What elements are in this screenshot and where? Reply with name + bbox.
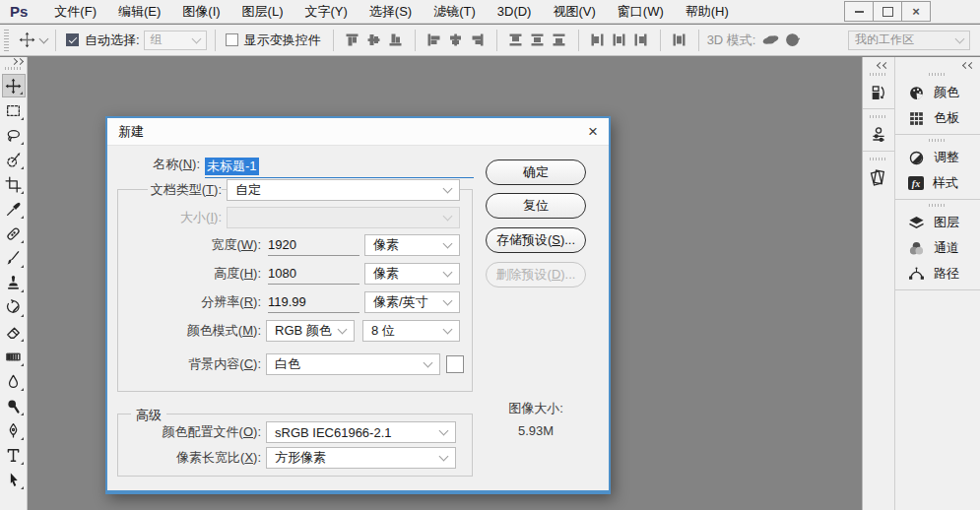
color-profile-select[interactable]: sRGB IEC61966-2.1: [266, 421, 456, 443]
auto-select-checkbox[interactable]: [66, 33, 79, 46]
menu-select[interactable]: 选择(S): [359, 0, 423, 24]
menu-view[interactable]: 视图(V): [542, 0, 606, 24]
panel-button-color[interactable]: 颜色: [895, 80, 980, 105]
quick-selection-tool-button[interactable]: [2, 148, 26, 171]
chevron-down-icon: [443, 184, 453, 194]
color-mode-select[interactable]: RGB 颜色: [266, 320, 355, 342]
align-right-edges-button[interactable]: [467, 30, 489, 51]
workspace-select[interactable]: 我的工作区: [848, 31, 970, 50]
menu-layer[interactable]: 图层(L): [231, 0, 294, 24]
chevron-down-icon: [443, 212, 453, 222]
document-type-label: 文档类型(T):: [107, 179, 222, 201]
close-button[interactable]: ×: [901, 1, 931, 22]
reset-button[interactable]: 复位: [486, 193, 586, 219]
eraser-tool-button[interactable]: [2, 320, 26, 344]
distribute-bottom-edges-button[interactable]: [549, 30, 570, 51]
gradient-icon: [5, 349, 22, 365]
collapse-tools-icon[interactable]: [11, 59, 23, 64]
eyedropper-tool-button[interactable]: [2, 197, 26, 221]
panel-drag-handle[interactable]: [870, 115, 887, 118]
move-tool-button[interactable]: [2, 74, 26, 97]
panel-button-layers[interactable]: 图层: [895, 210, 980, 235]
distribute-top-edges-button[interactable]: [505, 30, 527, 51]
paths-panel-icon: [908, 266, 925, 283]
save-preset-button[interactable]: 存储预设(S)...: [486, 227, 586, 253]
minimize-button[interactable]: [844, 1, 874, 22]
swatches-panel-icon: [908, 110, 925, 127]
lasso-tool-button[interactable]: [2, 123, 26, 147]
tools-drag-handle[interactable]: [5, 67, 23, 70]
maximize-button[interactable]: [873, 1, 902, 22]
align-bottom-edges-button[interactable]: [385, 30, 407, 51]
menu-help[interactable]: 帮助(H): [675, 0, 740, 24]
pen-tool-button[interactable]: [2, 418, 26, 442]
panel-button-channels[interactable]: 通道: [895, 235, 980, 261]
menu-filter[interactable]: 滤镜(T): [423, 0, 487, 24]
orbit-3d-icon[interactable]: [759, 30, 781, 51]
marquee-tool-button[interactable]: [2, 98, 26, 122]
distribute-right-edges-button[interactable]: [630, 30, 652, 51]
expand-dock-icon[interactable]: [863, 57, 894, 70]
background-color-swatch[interactable]: [446, 355, 464, 373]
delete-preset-button[interactable]: 删除预设(D)...: [486, 262, 586, 287]
panel-drag-handle[interactable]: [870, 73, 887, 76]
dialog-title-bar[interactable]: 新建 ×: [107, 118, 609, 146]
document-type-select[interactable]: 自定: [227, 179, 460, 201]
panel-button-history[interactable]: [866, 81, 891, 104]
dialog-close-button[interactable]: ×: [588, 123, 598, 140]
panel-drag-handle[interactable]: [929, 73, 947, 76]
align-left-edges-button[interactable]: [424, 30, 445, 51]
distribute-horizontal-centers-button[interactable]: [609, 30, 630, 51]
menu-3d[interactable]: 3D(D): [487, 0, 543, 24]
expand-dock-icon[interactable]: [895, 57, 980, 70]
resolution-unit-select[interactable]: 像素/英寸: [364, 291, 460, 313]
panel-button-properties[interactable]: [866, 123, 891, 147]
history-brush-tool-button[interactable]: [2, 295, 26, 319]
crop-tool-button[interactable]: [2, 172, 26, 196]
panel-button-adjustments[interactable]: 调整: [895, 145, 980, 170]
menu-edit[interactable]: 编辑(E): [107, 0, 171, 24]
menu-image[interactable]: 图像(I): [171, 0, 230, 24]
roll-3d-icon[interactable]: [781, 30, 803, 51]
panel-button-styles[interactable]: fx 样式: [895, 170, 980, 196]
align-horizontal-centers-button[interactable]: [445, 30, 467, 51]
distribute-vertical-centers-button[interactable]: [527, 30, 549, 51]
brush-tool-button[interactable]: [2, 246, 26, 270]
path-selection-tool-button[interactable]: [2, 468, 26, 491]
distribute-spacing-button[interactable]: [669, 30, 690, 51]
height-input[interactable]: 1080: [268, 263, 359, 285]
height-unit-select[interactable]: 像素: [364, 263, 460, 285]
pixel-aspect-select[interactable]: 方形像素: [266, 447, 456, 469]
dodge-tool-button[interactable]: [2, 394, 26, 417]
options-drag-handle[interactable]: [4, 30, 9, 51]
tool-preset-chevron-icon[interactable]: [39, 33, 49, 43]
name-input[interactable]: 未标题-1: [205, 152, 474, 178]
pixel-aspect-value: 方形像素: [275, 449, 326, 467]
gradient-tool-button[interactable]: [2, 345, 26, 368]
width-input[interactable]: 1920: [268, 234, 359, 256]
type-tool-button[interactable]: [2, 443, 26, 467]
blur-tool-button[interactable]: [2, 369, 26, 393]
panel-drag-handle[interactable]: [929, 139, 947, 142]
panel-button-swatches[interactable]: 色板: [895, 105, 980, 131]
panel-button-libraries[interactable]: [866, 165, 891, 189]
bit-depth-select[interactable]: 8 位: [362, 320, 460, 342]
menu-window[interactable]: 窗口(W): [607, 0, 675, 24]
panel-button-paths[interactable]: 路径: [895, 261, 980, 287]
menu-file[interactable]: 文件(F): [43, 0, 107, 24]
align-vertical-centers-button[interactable]: [363, 30, 385, 51]
panel-drag-handle[interactable]: [870, 158, 887, 160]
auto-select-target-select[interactable]: 组: [144, 31, 207, 50]
clone-stamp-tool-button[interactable]: [2, 271, 26, 294]
background-contents-select[interactable]: 白色: [266, 353, 440, 375]
size-select[interactable]: [227, 207, 460, 228]
align-top-edges-button[interactable]: [342, 30, 363, 51]
show-transform-checkbox[interactable]: [226, 33, 238, 46]
width-unit-select[interactable]: 像素: [364, 234, 460, 256]
resolution-input[interactable]: 119.99: [268, 291, 359, 313]
healing-brush-tool-button[interactable]: [2, 222, 26, 245]
distribute-left-edges-button[interactable]: [587, 30, 609, 51]
panel-drag-handle[interactable]: [929, 204, 947, 207]
ok-button[interactable]: 确定: [486, 159, 586, 185]
menu-type[interactable]: 文字(Y): [294, 0, 358, 24]
